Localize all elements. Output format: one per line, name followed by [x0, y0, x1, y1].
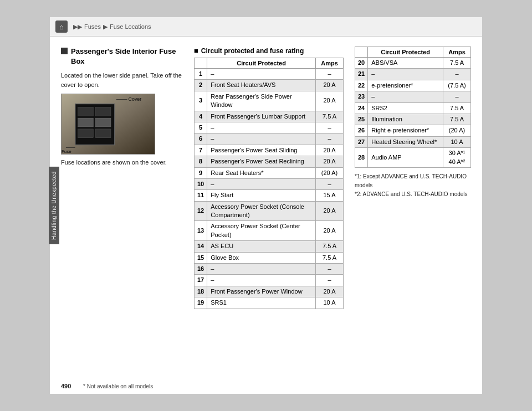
row-circuit-13: Accessory Power Socket (Center Pocket): [207, 221, 316, 241]
middle-col1-header: Circuit Protected: [207, 58, 316, 69]
svg-rect-8: [95, 129, 111, 138]
breadcrumb-bar: ⌂ ▶▶ Fuses ▶ Fuse Locations: [50, 17, 482, 37]
row-circuit-2: Front Seat Heaters/AVS: [207, 80, 316, 91]
breadcrumb-fuse-locations: Fuse Locations: [110, 23, 151, 30]
right-row-num-27: 27: [355, 136, 368, 147]
row-circuit-19: SRS1: [207, 297, 316, 309]
row-circuit-10: –: [207, 178, 316, 189]
right-row-circuit-20: ABS/VSA: [368, 58, 443, 69]
row-num-14: 14: [195, 241, 207, 252]
table-row: 2Front Seat Heaters/AVS20 A: [195, 80, 344, 91]
row-amps-10: –: [316, 178, 344, 189]
svg-rect-3: [78, 107, 94, 116]
right-table-row: 24SRS27.5 A: [355, 102, 471, 114]
row-circuit-9: Rear Seat Heaters*: [207, 167, 316, 178]
row-circuit-15: Glove Box: [207, 252, 316, 263]
row-num-12: 12: [195, 201, 207, 221]
row-num-1: 1: [195, 69, 207, 80]
home-icon[interactable]: ⌂: [55, 20, 68, 33]
row-num-4: 4: [195, 111, 207, 122]
right-row-num-26: 26: [355, 125, 368, 136]
right-row-amps-28: 30 A*¹ 40 A*²: [443, 148, 471, 168]
table-row: 10––: [195, 178, 344, 189]
row-num-10: 10: [195, 178, 207, 189]
table-row: 15Glove Box7.5 A: [195, 252, 344, 263]
table-row: 18Front Passenger's Power Window20 A: [195, 286, 344, 297]
middle-table-bullet: ■: [194, 47, 198, 55]
right-row-amps-21: –: [443, 69, 471, 80]
row-num-3: 3: [195, 91, 207, 111]
right-fuse-table: Circuit Protected Amps 20ABS/VSA7.5 A21–…: [355, 47, 471, 168]
table-row: 6––: [195, 133, 344, 145]
row-num-8: 8: [195, 156, 207, 167]
section-bullet: [61, 48, 68, 54]
footnote-item: *1: Except ADVANCE and U.S. TECH-AUDIO m…: [355, 172, 471, 190]
row-amps-19: 10 A: [316, 297, 344, 309]
right-row-circuit-27: Heated Steering Wheel*: [368, 136, 443, 147]
page-number: 490: [61, 383, 71, 389]
right-row-circuit-25: Illumination: [368, 114, 443, 125]
row-circuit-17: –: [207, 275, 316, 286]
table-row: 5––: [195, 122, 344, 133]
row-num-6: 6: [195, 133, 207, 145]
svg-rect-5: [78, 119, 94, 127]
left-description: Located on the lower side panel. Take of…: [61, 71, 183, 89]
table-row: 13Accessory Power Socket (Center Pocket)…: [195, 221, 344, 241]
right-row-num-28: 28: [355, 148, 368, 168]
right-column: Circuit Protected Amps 20ABS/VSA7.5 A21–…: [355, 47, 471, 309]
row-circuit-8: Passenger's Power Seat Reclining: [207, 156, 316, 167]
middle-col2-header: Amps: [316, 58, 344, 69]
svg-rect-7: [78, 129, 94, 138]
row-circuit-3: Rear Passenger's Side Power Window: [207, 91, 316, 111]
middle-table-header-row: ■ Circuit protected and fuse rating: [194, 47, 344, 55]
page-bottom-note: * Not available on all models: [83, 383, 153, 389]
row-circuit-6: –: [207, 133, 316, 145]
row-amps-4: 7.5 A: [316, 111, 344, 122]
row-num-13: 13: [195, 221, 207, 241]
svg-rect-4: [95, 107, 111, 116]
fuse-diagram-svg: Cover Fuse Label: [62, 94, 155, 155]
right-col1-header: Circuit Protected: [368, 47, 443, 58]
row-amps-2: 20 A: [316, 80, 344, 91]
row-circuit-4: Front Passenger's Lumbar Support: [207, 111, 316, 122]
right-col0-header: [355, 47, 368, 58]
row-num-18: 18: [195, 286, 207, 297]
right-row-amps-25: 7.5 A: [443, 114, 471, 125]
right-table-row: 20ABS/VSA7.5 A: [355, 58, 471, 69]
right-table-row: 21––: [355, 69, 471, 80]
table-row: 19SRS110 A: [195, 297, 344, 309]
row-circuit-16: –: [207, 264, 316, 275]
right-row-num-21: 21: [355, 69, 368, 80]
right-col2-header: Amps: [443, 47, 471, 58]
breadcrumb-arrow-1: ▶▶: [73, 23, 82, 30]
row-amps-17: –: [316, 275, 344, 286]
right-row-num-25: 25: [355, 114, 368, 125]
side-tab: Handling the Unexpected: [49, 167, 59, 244]
breadcrumb-fuses: Fuses: [84, 23, 101, 30]
right-row-circuit-26: Right e-pretensioner*: [368, 125, 443, 136]
table-row: 7Passenger's Power Seat Sliding20 A: [195, 145, 344, 156]
right-row-num-23: 23: [355, 91, 368, 102]
row-num-9: 9: [195, 167, 207, 178]
middle-table-title: Circuit protected and fuse rating: [201, 47, 304, 55]
right-row-num-24: 24: [355, 102, 368, 114]
content-area: Passenger's Side Interior Fuse Box Locat…: [50, 37, 482, 320]
right-row-amps-23: –: [443, 91, 471, 102]
table-row: 11Fly Start15 A: [195, 190, 344, 201]
table-row: 3Rear Passenger's Side Power Window20 A: [195, 91, 344, 111]
breadcrumb-arrow-2: ▶: [103, 23, 108, 30]
svg-text:Cover: Cover: [129, 97, 142, 102]
section-header: Passenger's Side Interior Fuse Box: [61, 47, 183, 66]
table-row: 16––: [195, 264, 344, 275]
row-amps-6: –: [316, 133, 344, 145]
row-amps-14: 7.5 A: [316, 241, 344, 252]
right-row-circuit-24: SRS2: [368, 102, 443, 114]
table-row: 8Passenger's Power Seat Reclining20 A: [195, 156, 344, 167]
right-row-circuit-22: e-pretensioner*: [368, 80, 443, 91]
right-row-num-22: 22: [355, 80, 368, 91]
svg-text:Fuse: Fuse: [62, 150, 71, 155]
row-amps-3: 20 A: [316, 91, 344, 111]
fuse-caption: Fuse locations are shown on the cover.: [61, 159, 183, 166]
middle-col0-header: [195, 58, 207, 69]
row-num-11: 11: [195, 190, 207, 201]
